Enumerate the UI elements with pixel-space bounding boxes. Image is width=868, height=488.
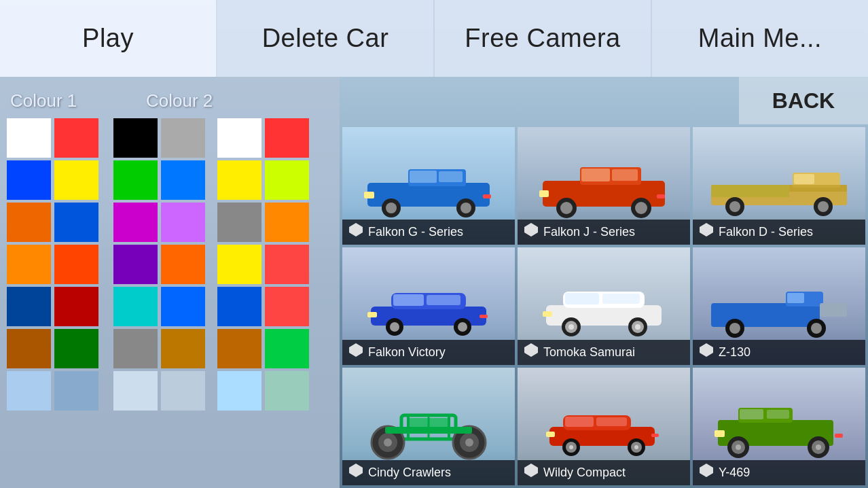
- swatch[interactable]: [217, 245, 261, 284]
- play-button[interactable]: Play: [0, 0, 217, 77]
- main-menu-button[interactable]: Main Me...: [652, 0, 868, 77]
- car-brand-icon: [348, 342, 364, 358]
- swatch[interactable]: [217, 371, 261, 411]
- swatch[interactable]: [265, 287, 309, 326]
- svg-rect-58: [820, 303, 847, 317]
- svg-marker-31: [700, 223, 713, 237]
- swatch[interactable]: [54, 371, 98, 411]
- swatch[interactable]: [113, 371, 158, 411]
- swatch[interactable]: [113, 160, 158, 200]
- swatch[interactable]: [265, 203, 309, 242]
- swatch[interactable]: [113, 118, 158, 158]
- svg-point-62: [811, 323, 822, 334]
- swatch[interactable]: [54, 287, 98, 326]
- car-card-z130[interactable]: Z-130: [693, 247, 865, 365]
- car-brand-icon: [698, 342, 715, 358]
- svg-rect-9: [483, 194, 491, 198]
- svg-rect-8: [364, 192, 374, 198]
- car-label-falkon-g: Falkon G - Series: [342, 220, 515, 245]
- colour-extra-col2: [265, 118, 309, 411]
- swatch[interactable]: [113, 245, 158, 284]
- swatch[interactable]: [161, 287, 205, 326]
- svg-point-86: [634, 445, 638, 449]
- car-label-tomoka-samurai: Tomoka Samurai: [518, 340, 690, 365]
- colour-extra-col1: [217, 118, 261, 411]
- swatch[interactable]: [217, 203, 261, 242]
- svg-point-74: [465, 438, 473, 447]
- swatch[interactable]: [265, 245, 309, 284]
- swatch[interactable]: [265, 371, 309, 411]
- svg-rect-20: [657, 194, 665, 198]
- swatch[interactable]: [54, 203, 98, 242]
- svg-rect-13: [581, 169, 610, 181]
- color-panel: Colour 1 Colour 2: [0, 77, 340, 488]
- svg-point-18: [635, 202, 647, 214]
- swatch[interactable]: [217, 118, 261, 158]
- svg-point-37: [390, 322, 399, 332]
- svg-rect-41: [480, 315, 488, 318]
- swatch[interactable]: [54, 118, 98, 158]
- svg-point-29: [818, 201, 829, 212]
- swatch[interactable]: [265, 118, 309, 158]
- swatch[interactable]: [7, 245, 51, 284]
- car-card-falkon-g[interactable]: Falkon G - Series: [342, 127, 515, 245]
- svg-rect-75: [385, 427, 472, 434]
- car-card-falkon-j[interactable]: Falkon J - Series: [518, 127, 690, 245]
- swatch[interactable]: [7, 203, 51, 242]
- car-card-y469[interactable]: Y-469: [693, 368, 865, 485]
- svg-rect-14: [612, 169, 638, 181]
- car-card-tomoka-samurai[interactable]: Tomoka Samurai: [518, 247, 690, 365]
- swatch[interactable]: [54, 160, 98, 200]
- svg-rect-88: [651, 434, 659, 437]
- svg-rect-53: [543, 311, 552, 317]
- svg-marker-54: [524, 343, 538, 357]
- swatch[interactable]: [54, 245, 98, 284]
- back-button[interactable]: BACK: [739, 77, 868, 124]
- swatch[interactable]: [217, 287, 261, 326]
- svg-rect-2: [410, 171, 437, 183]
- swatch[interactable]: [161, 160, 205, 200]
- car-card-cindy-crawlers[interactable]: Cindy Crawlers: [342, 368, 515, 485]
- swatch[interactable]: [217, 329, 261, 368]
- swatch[interactable]: [161, 245, 205, 284]
- swatch[interactable]: [113, 203, 158, 242]
- car-card-wildy-compact[interactable]: Wildy Compact: [518, 368, 690, 485]
- swatch[interactable]: [7, 329, 51, 368]
- swatch[interactable]: [161, 203, 205, 242]
- swatch[interactable]: [7, 371, 51, 411]
- swatch[interactable]: [161, 329, 205, 368]
- swatch[interactable]: [113, 329, 158, 368]
- color-swatches-grid: [7, 118, 329, 411]
- free-camera-button[interactable]: Free Camera: [435, 0, 652, 77]
- swatch[interactable]: [265, 329, 309, 368]
- car-label-falkon-j: Falkon J - Series: [518, 220, 690, 245]
- svg-rect-92: [740, 409, 763, 419]
- swatch[interactable]: [7, 160, 51, 200]
- swatch[interactable]: [217, 160, 261, 200]
- svg-point-27: [729, 201, 740, 212]
- svg-marker-21: [524, 223, 538, 237]
- svg-marker-76: [349, 464, 363, 477]
- swatch[interactable]: [7, 287, 51, 326]
- swatch[interactable]: [161, 371, 205, 411]
- swatch[interactable]: [161, 118, 205, 158]
- swatch[interactable]: [113, 287, 158, 326]
- car-label-y469: Y-469: [693, 460, 865, 485]
- car-label-wildy-compact: Wildy Compact: [518, 460, 690, 485]
- car-brand-icon: [523, 462, 539, 478]
- svg-rect-24: [794, 174, 814, 184]
- colour1-col2: [54, 118, 98, 411]
- swatch[interactable]: [265, 160, 309, 200]
- car-card-falkon-d[interactable]: Falkon D - Series: [693, 127, 865, 245]
- car-card-falkon-victory[interactable]: Falkon Victory: [342, 247, 515, 365]
- delete-car-button[interactable]: Delete Car: [217, 0, 435, 77]
- swatch[interactable]: [7, 118, 51, 158]
- svg-rect-93: [767, 410, 789, 419]
- swatch[interactable]: [54, 329, 98, 368]
- svg-marker-42: [349, 343, 363, 357]
- car-grid-panel: BACK: [340, 77, 868, 488]
- car-brand-icon: [698, 462, 715, 478]
- svg-rect-45: [565, 293, 599, 304]
- colour2-col1: [113, 118, 158, 411]
- car-brand-icon: [348, 462, 364, 478]
